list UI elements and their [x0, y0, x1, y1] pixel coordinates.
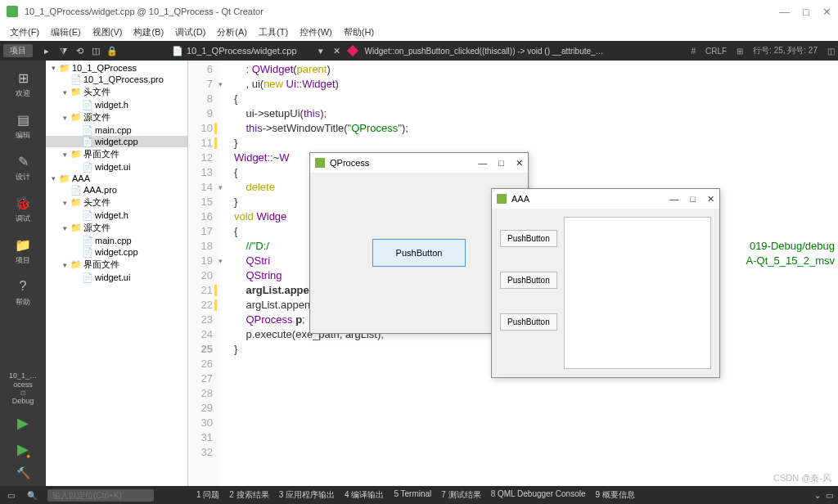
code-line-9[interactable]: ui->setupUi(this);	[234, 106, 838, 121]
aaa-app-window[interactable]: AAA — □ ✕ PushButton PushButton PushButt…	[491, 188, 720, 378]
mode-编辑[interactable]: ▤编辑	[14, 110, 32, 141]
minimize-button[interactable]: —	[478, 158, 487, 169]
tree-toggle-icon[interactable]: ▾	[49, 174, 57, 182]
tree-item-widget.ui[interactable]: 📄widget.ui	[46, 272, 187, 283]
push-button-1[interactable]: PushButton	[500, 230, 557, 247]
tree-toggle-icon[interactable]: ▾	[61, 224, 69, 232]
menu-帮助(H)[interactable]: 帮助(H)	[339, 25, 379, 40]
tree-item-AAA[interactable]: ▾📁AAA	[46, 173, 187, 184]
minimize-button[interactable]: —	[669, 194, 678, 205]
menu-控件(W)[interactable]: 控件(W)	[295, 25, 337, 40]
code-line-8[interactable]: {	[234, 92, 838, 106]
output-pane-1 问题[interactable]: 1 问题	[196, 489, 219, 501]
code-line-6[interactable]: : QWidget(parent)	[234, 62, 838, 77]
mode-项目[interactable]: 📁项目	[14, 236, 32, 266]
close-button[interactable]: ✕	[822, 6, 831, 18]
folder-icon: 📁	[70, 198, 82, 208]
tree-item-头文件[interactable]: ▾📁头文件	[46, 85, 187, 99]
tree-toggle-icon[interactable]: ▾	[61, 88, 69, 97]
output-chevron-icon[interactable]: ⌄	[814, 491, 821, 500]
sync-icon[interactable]: ⟲	[74, 45, 85, 56]
menu-视图(V)[interactable]: 视图(V)	[88, 25, 128, 40]
tree-toggle-icon[interactable]: ▾	[61, 199, 69, 207]
tree-label: widget.ui	[95, 272, 130, 282]
tree-item-AAA.pro[interactable]: 📄AAA.pro	[46, 184, 187, 196]
tree-item-widget.cpp[interactable]: 📄widget.cpp	[46, 246, 187, 258]
encoding-icon[interactable]: ⊞	[737, 47, 743, 56]
toggle-right-sidebar-icon[interactable]: ▭	[826, 491, 833, 500]
output-pane-5 Terminal[interactable]: 5 Terminal	[394, 489, 431, 501]
push-button[interactable]: PushButton	[372, 239, 466, 267]
code-line-7[interactable]: , ui(new Ui::Widget)	[234, 77, 838, 92]
run-target[interactable]: 10_1_…ocess ⊡ Debug	[0, 371, 46, 406]
aaa-content-panel	[564, 217, 711, 369]
tree-toggle-icon[interactable]: ▾	[61, 114, 69, 122]
symbol-path[interactable]: Widget::on_pushButton_clicked((thiscall)…	[365, 47, 604, 56]
tree-item-main.cpp[interactable]: 📄main.cpp	[46, 235, 187, 246]
tree-item-界面文件[interactable]: ▾📁界面文件	[46, 147, 187, 161]
tree-item-10_1_QProcess[interactable]: ▾📁10_1_QProcess	[46, 62, 187, 74]
lock-icon[interactable]: 🔒	[106, 45, 118, 56]
project-tree[interactable]: ▾📁10_1_QProcess 📄10_1_QProcess.pro▾📁头文件 …	[46, 61, 188, 486]
filter-icon[interactable]: ⧩	[57, 45, 69, 56]
output-pane-7 测试结果[interactable]: 7 测试结果	[441, 489, 480, 501]
crlf-indicator[interactable]: CRLF	[705, 47, 727, 56]
menu-构建(B)[interactable]: 构建(B)	[128, 25, 169, 40]
maximize-button[interactable]: □	[498, 158, 504, 169]
chevron-down-icon[interactable]: ▾	[318, 46, 323, 56]
tree-item-widget.ui[interactable]: 📄widget.ui	[46, 161, 187, 173]
push-button-3[interactable]: PushButton	[500, 313, 557, 331]
output-pane-2 搜索结果[interactable]: 2 搜索结果	[229, 489, 268, 501]
tree-item-10_1_QProcess.pro[interactable]: 📄10_1_QProcess.pro	[46, 74, 187, 85]
split-icon[interactable]: ◫	[827, 47, 835, 56]
push-button-2[interactable]: PushButton	[500, 272, 557, 289]
menu-文件(F)[interactable]: 文件(F)	[5, 25, 44, 40]
menu-调试(D)[interactable]: 调试(D)	[170, 25, 210, 40]
search-icon[interactable]: 🔍	[26, 489, 38, 501]
maximize-button[interactable]: □	[690, 194, 696, 205]
tree-label: 源文件	[83, 111, 110, 124]
output-pane-9 概要信息[interactable]: 9 概要信息	[595, 489, 634, 501]
output-pane-4 编译输出[interactable]: 4 编译输出	[345, 489, 384, 501]
menu-编辑(E)[interactable]: 编辑(E)	[46, 25, 86, 40]
项目-icon: 📁	[14, 236, 32, 254]
tree-toggle-icon[interactable]: ▾	[49, 64, 57, 72]
output-pane-3 应用程序输出[interactable]: 3 应用程序输出	[279, 489, 335, 501]
code-line-12[interactable]: }	[234, 136, 838, 151]
mode-设计[interactable]: ✎设计	[14, 152, 32, 182]
tree-item-源文件[interactable]: ▾📁源文件	[46, 221, 187, 235]
line-col-indicator[interactable]: 行号: 25, 列号: 27	[753, 45, 818, 56]
code-line-11[interactable]: this->setWindowTitle("QProcess");	[234, 121, 838, 136]
tree-label: 界面文件	[83, 259, 119, 271]
output-pane-8 QML Debugger Console[interactable]: 8 QML Debugger Console	[491, 489, 586, 501]
tree-item-widget.cpp[interactable]: 📄widget.cpp	[46, 136, 187, 147]
mode-调试[interactable]: 🐞调试	[14, 194, 32, 224]
mode-帮助[interactable]: ?帮助	[14, 277, 32, 308]
tree-item-源文件[interactable]: ▾📁源文件	[46, 110, 187, 124]
split-toggle-icon[interactable]: ◫	[90, 45, 101, 56]
aaa-titlebar[interactable]: AAA — □ ✕	[492, 189, 719, 209]
maximize-button[interactable]: □	[803, 6, 809, 18]
tree-toggle-icon[interactable]: ▾	[61, 151, 69, 159]
build-button[interactable]: 🔨	[16, 466, 30, 479]
tree-item-widget.h[interactable]: 📄widget.h	[46, 99, 187, 110]
tree-item-界面文件[interactable]: ▾📁界面文件	[46, 258, 187, 272]
tree-item-头文件[interactable]: ▾📁头文件	[46, 196, 187, 209]
menu-分析(A)[interactable]: 分析(A)	[212, 25, 252, 40]
debug-run-button[interactable]: ▶●	[17, 440, 29, 458]
toggle-sidebar-icon[interactable]: ▭	[5, 489, 16, 501]
tree-item-main.cpp[interactable]: 📄main.cpp	[46, 124, 187, 136]
run-button[interactable]: ▶	[17, 414, 29, 432]
open-file-tab[interactable]: 📄 10_1_QProcess/widget.cpp	[172, 45, 297, 56]
tree-item-widget.h[interactable]: 📄widget.h	[46, 209, 187, 221]
close-button[interactable]: ✕	[516, 158, 523, 169]
mode-欢迎[interactable]: ⊞欢迎	[14, 69, 32, 99]
locator-input[interactable]	[47, 489, 154, 502]
tree-toggle-icon[interactable]: ▾	[61, 261, 69, 269]
qprocess-titlebar[interactable]: QProcess — □ ✕	[310, 153, 528, 173]
tree-view-icon[interactable]: ▸	[41, 45, 52, 56]
close-button[interactable]: ✕	[707, 194, 714, 205]
close-tab-icon[interactable]: ✕	[333, 46, 340, 56]
menu-工具(T)[interactable]: 工具(T)	[254, 25, 293, 40]
minimize-button[interactable]: —	[779, 6, 790, 18]
